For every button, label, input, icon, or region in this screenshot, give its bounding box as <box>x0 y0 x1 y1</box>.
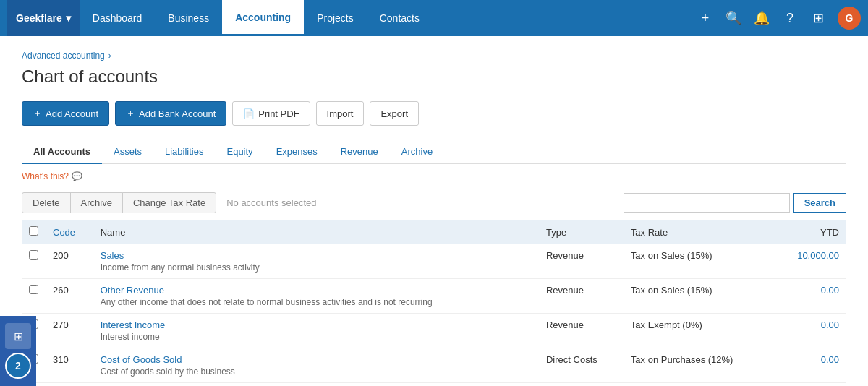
tab-assets[interactable]: Assets <box>102 140 153 164</box>
row-ytd-1: 0.00 <box>774 279 846 314</box>
row-tax-rate-0: Tax on Sales (15%) <box>624 244 774 279</box>
bell-icon[interactable]: 🔔 <box>753 10 770 26</box>
account-name-link-1[interactable]: Other Revenue <box>101 285 164 296</box>
row-code-1: 260 <box>46 279 93 314</box>
add-account-icon: ＋ <box>33 107 42 120</box>
table-row: 260 Other Revenue Any other income that … <box>22 279 846 314</box>
nav-items: Dashboard Business Accounting Projects C… <box>80 0 433 36</box>
add-bank-account-button[interactable]: ＋ Add Bank Account <box>115 101 226 126</box>
page-title: Chart of accounts <box>22 67 846 87</box>
row-tax-rate-2: Tax Exempt (0%) <box>624 314 774 348</box>
row-ytd-2: 0.00 <box>774 314 846 348</box>
breadcrumb: Advanced accounting › <box>22 51 846 61</box>
row-tax-rate-4: Tax on Purchases (12%) <box>624 383 774 387</box>
search-area: Search <box>624 193 846 213</box>
row-ytd-3: 0.00 <box>774 348 846 383</box>
nav-item-accounting[interactable]: Accounting <box>222 0 304 36</box>
add-account-label: Add Account <box>46 108 98 119</box>
row-type-2: Revenue <box>539 314 624 348</box>
nav-item-projects[interactable]: Projects <box>304 0 367 36</box>
table-row: 310 Cost of Goods Sold Cost of goods sol… <box>22 348 846 383</box>
delete-button[interactable]: Delete <box>22 192 71 213</box>
search-icon[interactable]: 🔍 <box>725 10 742 26</box>
action-buttons: ＋ Add Account ＋ Add Bank Account 📄 Print… <box>22 101 846 126</box>
table-toolbar: Delete Archive Change Tax Rate No accoun… <box>22 192 846 213</box>
nav-item-contacts[interactable]: Contacts <box>367 0 433 36</box>
table-row: 200 Sales Income from any normal busines… <box>22 244 846 279</box>
account-desc-0: Income from any normal business activity <box>101 262 532 273</box>
row-checkbox-cell <box>22 279 46 314</box>
add-account-button[interactable]: ＋ Add Account <box>22 101 109 126</box>
breadcrumb-separator: › <box>109 51 111 61</box>
export-button[interactable]: Export <box>370 101 419 126</box>
print-pdf-button[interactable]: 📄 Print PDF <box>232 101 310 126</box>
account-name-link-3[interactable]: Cost of Goods Sold <box>101 354 182 365</box>
user-avatar[interactable]: G <box>838 7 861 30</box>
row-name-cell-2: Interest Income Interest income <box>93 314 539 348</box>
row-type-4: Expense <box>539 383 624 387</box>
sidebar-badge[interactable]: 2 <box>5 353 31 379</box>
row-ytd-4: 0.00 <box>774 383 846 387</box>
row-name-cell-3: Cost of Goods Sold Cost of goods sold by… <box>93 348 539 383</box>
row-ytd-0: 10,000.00 <box>774 244 846 279</box>
print-label: Print PDF <box>258 108 299 119</box>
row-checkbox-cell <box>22 244 46 279</box>
brand-logo[interactable]: Geekflare ▾ <box>7 0 80 36</box>
select-all-header <box>22 220 46 244</box>
import-button[interactable]: Import <box>316 101 365 126</box>
add-bank-label: Add Bank Account <box>139 108 216 119</box>
row-type-1: Revenue <box>539 279 624 314</box>
nav-right-icons: + 🔍 🔔 ? ⊞ G <box>697 7 861 30</box>
account-name-link-0[interactable]: Sales <box>101 250 124 261</box>
print-icon: 📄 <box>243 108 255 119</box>
export-label: Export <box>380 108 408 119</box>
tab-expenses[interactable]: Expenses <box>265 140 329 164</box>
tab-all-accounts[interactable]: All Accounts <box>22 140 102 164</box>
search-button[interactable]: Search <box>793 193 846 213</box>
search-input[interactable] <box>624 193 790 213</box>
whats-this-text: What's this? <box>22 171 69 181</box>
row-type-3: Direct Costs <box>539 348 624 383</box>
row-name-cell-0: Sales Income from any normal business ac… <box>93 244 539 279</box>
tab-archive[interactable]: Archive <box>390 140 444 164</box>
row-name-cell-1: Other Revenue Any other income that does… <box>93 279 539 314</box>
archive-button[interactable]: Archive <box>70 192 123 213</box>
change-tax-rate-button[interactable]: Change Tax Rate <box>122 192 216 213</box>
tax-rate-column-header: Tax Rate <box>624 220 774 244</box>
row-name-cell-4: Advertising Expenses incurred for advert… <box>93 383 539 387</box>
row-code-4: 400 <box>46 383 93 387</box>
type-column-header: Type <box>539 220 624 244</box>
tab-revenue[interactable]: Revenue <box>329 140 390 164</box>
no-accounts-text: No accounts selected <box>226 197 623 208</box>
table-row: 400 Advertising Expenses incurred for ad… <box>22 383 846 387</box>
name-column-header: Name <box>93 220 539 244</box>
brand-dropdown-icon: ▾ <box>66 12 71 24</box>
tab-equity[interactable]: Equity <box>215 140 264 164</box>
row-tax-rate-1: Tax on Sales (15%) <box>624 279 774 314</box>
add-icon[interactable]: + <box>697 11 714 26</box>
account-name-link-2[interactable]: Interest Income <box>101 319 166 330</box>
breadcrumb-parent[interactable]: Advanced accounting <box>22 51 105 61</box>
grid-icon[interactable]: ⊞ <box>809 10 827 26</box>
row-checkbox-1[interactable] <box>29 285 38 294</box>
help-icon[interactable]: ? <box>781 11 799 26</box>
main-content: Advanced accounting › Chart of accounts … <box>0 36 868 386</box>
nav-item-business[interactable]: Business <box>155 0 222 36</box>
account-desc-3: Cost of goods sold by the business <box>101 366 532 377</box>
table-header-row: Code Name Type Tax Rate YTD <box>22 220 846 244</box>
select-all-checkbox[interactable] <box>29 226 38 236</box>
import-label: Import <box>327 108 354 119</box>
row-code-2: 270 <box>46 314 93 348</box>
table-row: 270 Interest Income Interest income Reve… <box>22 314 846 348</box>
account-tabs: All Accounts Assets Liabilities Equity E… <box>22 140 846 164</box>
code-column-header[interactable]: Code <box>46 220 93 244</box>
nav-item-dashboard[interactable]: Dashboard <box>80 0 156 36</box>
ytd-column-header: YTD <box>774 220 846 244</box>
account-desc-2: Interest income <box>101 332 532 342</box>
tab-liabilities[interactable]: Liabilities <box>153 140 215 164</box>
whats-this-link[interactable]: What's this? 💬 <box>22 171 846 181</box>
accounts-table: Code Name Type Tax Rate YTD 200 Sales In… <box>22 220 846 386</box>
sidebar-grid-icon[interactable]: ⊞ <box>5 323 31 349</box>
row-checkbox-0[interactable] <box>29 250 38 260</box>
add-bank-icon: ＋ <box>126 107 135 120</box>
